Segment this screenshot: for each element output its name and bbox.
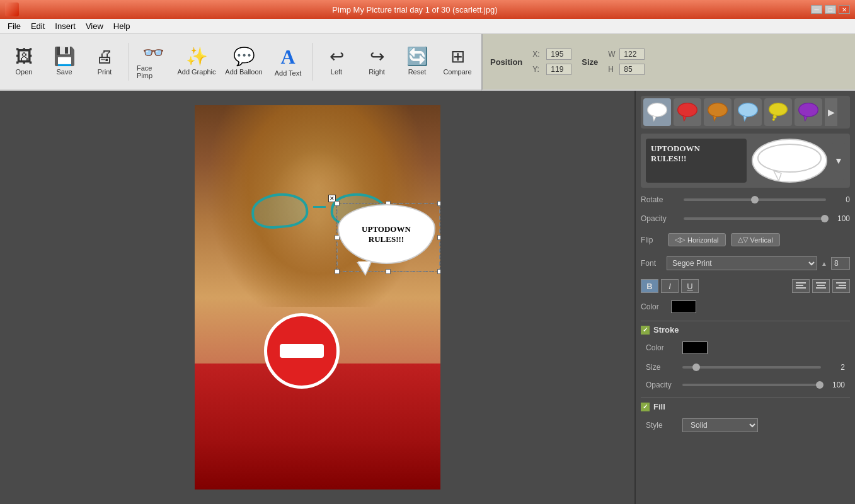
face-pimp-icon: 👓 [142,44,164,62]
font-select[interactable]: Segoe Print [667,256,817,270]
add-graphic-icon: ✨ [186,48,208,66]
italic-button[interactable]: I [661,279,679,293]
minimize-button[interactable]: ─ [811,5,822,14]
balloon-svg-blue [737,101,759,123]
x-label: X: [532,50,544,59]
panel-scroll-arrow[interactable]: ▼ [832,142,845,180]
align-center-button[interactable] [812,279,830,293]
stroke-opacity-value: 100 [826,381,845,389]
compare-icon: ⊞ [450,48,465,66]
position-bar: Position X: 195 Y: 119 Size W 122 H 85 [481,34,855,91]
preview-area: UPTODOWN RULES!!! ▼ [641,134,850,188]
window-title: Pimp My Picture trial day 1 of 30 (scarl… [19,5,811,14]
balloon-svg-red [676,101,699,123]
face-pimp-button[interactable]: 👓 Face Pimp [134,38,172,86]
save-icon: 💾 [54,48,76,66]
save-button[interactable]: 💾 Save [45,38,83,86]
add-graphic-button[interactable]: ✨ Add Graphic [175,38,219,86]
color-swatch[interactable] [671,301,696,313]
svg-rect-17 [796,287,806,289]
y-label: Y: [532,65,544,74]
svg-point-10 [772,118,775,121]
font-up-icon: ▲ [821,260,827,267]
size-label: Size [582,57,598,67]
fill-style-select[interactable]: Solid [682,418,758,432]
glasses-left-lens [250,191,309,231]
rotate-slider[interactable] [684,198,826,201]
toolbar-sep-2 [312,43,313,81]
fill-section-header: ✓ Fill [641,398,850,411]
align-right-icon [836,282,846,290]
add-balloon-button[interactable]: 💬 Add Balloon [221,38,267,86]
underline-button[interactable]: U [681,279,699,293]
stroke-section-header: ✓ Stroke [641,321,850,335]
speech-bubble-container[interactable]: ✕ UPTODOWN RULES!!! [336,203,440,272]
svg-marker-12 [804,115,807,121]
canvas-wrapper: ✕ UPTODOWN RULES!!! [195,105,440,490]
opacity-slider[interactable] [684,217,826,220]
balloon-selector: ▶ [641,96,850,129]
add-text-icon: A [280,47,295,67]
balloon-scroll-right[interactable]: ▶ [825,98,837,126]
reset-button[interactable]: 🔄 Reset [398,38,436,86]
menu-file[interactable]: File [3,20,26,32]
flip-horizontal-button[interactable]: ◁▷ Horizontal [668,233,726,246]
balloon-option-orange-speech[interactable] [704,98,732,126]
svg-point-0 [648,103,667,117]
stroke-color-swatch[interactable] [682,341,708,354]
svg-marker-5 [713,115,716,121]
rotate-thumb[interactable] [751,196,759,203]
font-size-input[interactable] [831,257,850,270]
x-value: 195 [546,49,571,60]
speech-bubble: UPTODOWN RULES!!! [338,204,435,264]
flip-h-icon: ◁▷ [675,236,685,244]
menu-insert[interactable]: Insert [50,20,81,32]
menu-bar: File Edit Insert View Help [0,19,855,34]
svg-point-11 [799,103,818,117]
fill-check[interactable]: ✓ [641,403,650,411]
right-button[interactable]: ↪ Right [358,38,396,86]
flip-label: Flip [641,236,663,244]
balloon-option-blue-speech[interactable] [734,98,762,126]
add-text-button[interactable]: A Add Text [269,38,307,86]
menu-edit[interactable]: Edit [26,20,50,32]
align-left-button[interactable] [792,279,810,293]
balloon-option-white-speech[interactable] [643,98,671,126]
svg-marker-1 [653,115,656,121]
rotate-label: Rotate [641,195,679,204]
main-area: ✕ UPTODOWN RULES!!! [0,91,855,504]
stroke-check[interactable]: ✓ [641,326,650,335]
stroke-size-slider[interactable] [682,366,821,369]
balloon-option-purple-speech[interactable] [795,98,822,126]
canvas-area: ✕ UPTODOWN RULES!!! [0,91,634,504]
print-button[interactable]: 🖨 Print [86,38,123,86]
print-icon: 🖨 [96,48,113,66]
compare-button[interactable]: ⊞ Compare [439,38,476,86]
stroke-size-thumb[interactable] [692,364,700,371]
bold-button[interactable]: B [641,279,658,293]
preview-bubble-svg [755,140,824,181]
stroke-opacity-thumb[interactable] [816,381,823,389]
menu-help[interactable]: Help [108,20,135,32]
stop-sign-overlay[interactable] [264,313,340,389]
open-button[interactable]: 🖼 Open [5,38,43,86]
stroke-label: Stroke [653,325,679,335]
align-right-button[interactable] [832,279,850,293]
maximize-button[interactable]: □ [825,5,836,14]
stroke-color-row: Color [641,340,850,356]
menu-view[interactable]: View [81,20,108,32]
balloon-option-red-speech[interactable] [674,98,701,126]
toolbar-sep-1 [129,43,129,81]
balloon-option-yellow-thought[interactable] [764,98,792,126]
opacity-thumb[interactable] [821,215,829,222]
photo-background: ✕ UPTODOWN RULES!!! [195,105,440,490]
fill-style-label: Style [646,421,677,430]
stop-bar [280,344,324,358]
handle-mid-right[interactable] [437,235,440,240]
close-button[interactable]: ✕ [839,5,850,14]
w-value: 122 [619,49,645,60]
fill-label: Fill [653,402,665,411]
left-button[interactable]: ↩ Left [318,38,355,86]
stroke-opacity-slider[interactable] [682,384,821,386]
flip-vertical-button[interactable]: △▽ Vertical [731,233,780,246]
